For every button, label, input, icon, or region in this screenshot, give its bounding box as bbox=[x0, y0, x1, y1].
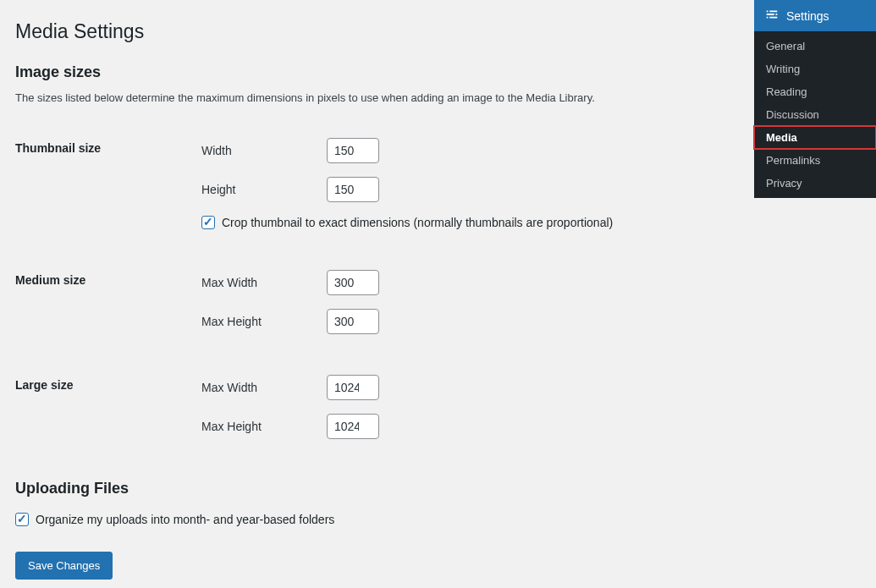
thumbnail-row-label: Thumbnail size bbox=[15, 128, 201, 239]
large-max-width-input[interactable] bbox=[327, 375, 379, 400]
thumbnail-width-input[interactable] bbox=[327, 138, 379, 163]
page-title: Media Settings bbox=[15, 14, 726, 47]
sliders-icon bbox=[764, 7, 780, 25]
organize-uploads-checkbox[interactable] bbox=[15, 513, 29, 526]
medium-max-height-input[interactable] bbox=[327, 309, 379, 334]
thumbnail-crop-checkbox[interactable] bbox=[201, 216, 215, 229]
organize-uploads-label: Organize my uploads into month- and year… bbox=[36, 513, 334, 526]
save-changes-button[interactable]: Save Changes bbox=[15, 552, 113, 580]
image-sizes-heading: Image sizes bbox=[15, 63, 726, 81]
sidebar-item-discussion[interactable]: Discussion bbox=[754, 103, 876, 126]
sidebar-item-reading[interactable]: Reading bbox=[754, 80, 876, 103]
settings-sidebar: Settings GeneralWritingReadingDiscussion… bbox=[754, 0, 876, 198]
large-max-height-label: Max Height bbox=[201, 420, 327, 433]
sidebar-header-settings[interactable]: Settings bbox=[754, 0, 876, 31]
sidebar-item-privacy[interactable]: Privacy bbox=[754, 172, 876, 195]
medium-max-width-input[interactable] bbox=[327, 270, 379, 295]
medium-row-label: Medium size bbox=[15, 260, 201, 344]
medium-max-width-label: Max Width bbox=[201, 276, 327, 289]
thumbnail-height-label: Height bbox=[201, 183, 327, 196]
medium-max-height-label: Max Height bbox=[201, 315, 327, 328]
large-max-width-label: Max Width bbox=[201, 381, 327, 394]
large-row-label: Large size bbox=[15, 365, 201, 449]
sidebar-item-permalinks[interactable]: Permalinks bbox=[754, 149, 876, 172]
thumbnail-width-label: Width bbox=[201, 144, 327, 157]
sidebar-item-writing[interactable]: Writing bbox=[754, 58, 876, 80]
sidebar-header-label: Settings bbox=[786, 9, 829, 23]
sidebar-item-general[interactable]: General bbox=[754, 35, 876, 58]
large-max-height-input[interactable] bbox=[327, 414, 379, 439]
image-sizes-description: The sizes listed below determine the max… bbox=[15, 91, 726, 104]
uploading-heading: Uploading Files bbox=[15, 480, 726, 497]
sidebar-item-media[interactable]: Media bbox=[754, 126, 876, 149]
thumbnail-crop-label: Crop thumbnail to exact dimensions (norm… bbox=[222, 216, 613, 229]
thumbnail-height-input[interactable] bbox=[327, 177, 379, 202]
